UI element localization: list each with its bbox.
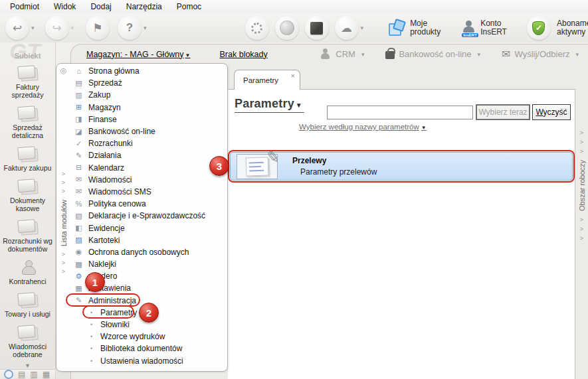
tree-item-rozrachunki[interactable]: ✓Rozrachunki [72, 137, 226, 149]
tree-item-ewidencje[interactable]: ◧Ewidencje [72, 222, 226, 234]
sidebar-item-kontrahenci[interactable]: Kontrahenci [0, 256, 55, 288]
tab-label: Parametry [243, 76, 278, 84]
chevron-icon[interactable]: > [62, 170, 65, 179]
sidebar-item-faktury-sprzedazy[interactable]: Faktury sprzedaży [0, 61, 55, 102]
help-dropdown-caret-icon[interactable]: ▾ [144, 25, 147, 31]
chevron-icon[interactable]: > [580, 137, 583, 147]
chevron-icon[interactable]: > [580, 215, 583, 224]
tree-item-label: Zakup [88, 90, 110, 100]
tree-strip: ◎ > > > Lista modułów > > > [56, 64, 70, 371]
menu-pomoc[interactable]: Pomoc [169, 1, 209, 13]
filter-by-name-link[interactable]: Wybierz według nazwy parametrów▼ [299, 123, 427, 131]
sidebar-item-label: Wiadomości odebrane [1, 342, 54, 358]
cloud-dropdown-caret-icon[interactable]: ▾ [361, 25, 364, 31]
chevron-icon[interactable]: > [62, 259, 65, 267]
tree-item-label: Ewidencje [88, 224, 125, 233]
tree-item-kalendarz[interactable]: ⊟Kalendarz [72, 162, 226, 174]
active-view-icon[interactable] [4, 370, 13, 379]
page-title: Parametry [235, 97, 294, 110]
settings-button[interactable] [245, 16, 269, 40]
wyczysc-button[interactable]: Wyczyść [532, 104, 571, 120]
bullet-icon: • [90, 333, 96, 340]
tree-item-label: Ustawienia wiadomości [100, 356, 183, 366]
tree-item-deklaracje[interactable]: ▧Deklaracje i e-Sprawozdawczość [72, 210, 226, 222]
tree-item-label: Finanse [88, 115, 117, 124]
tree-item-dzialania[interactable]: ✎Działania [72, 149, 226, 161]
chevron-icon[interactable]: > [580, 147, 583, 156]
crm-button[interactable]: CRM ▾ [321, 48, 365, 60]
data-protection-icon: ◉ [74, 248, 84, 256]
sidebar-item-rozrachunki[interactable]: Rozrachunki wg dokumentów [0, 215, 55, 256]
chevron-icon[interactable]: > [62, 250, 65, 259]
tree-item-wiadomosci[interactable]: ✉Wiadomości [72, 174, 226, 186]
page-title-dropdown[interactable]: Parametry▼ [235, 97, 304, 113]
tree-item-finanse[interactable]: ◨Finanse [72, 114, 226, 125]
menu-podmiot[interactable]: Podmiot [3, 1, 47, 13]
tree-item-sprzedaz[interactable]: ▤Sprzedaż [72, 77, 226, 89]
tree-item-biblioteka-dokumentow[interactable]: •Biblioteka dokumentów [72, 342, 226, 354]
cloud-backup-button[interactable]: ☁ [335, 16, 359, 40]
result-row-przelewy[interactable]: ✎ Przelewy Parametry przelewów [230, 152, 573, 181]
goods-services-icon [17, 292, 38, 308]
tab-close-icon[interactable]: × [291, 72, 295, 80]
pricing-icon: % [74, 200, 84, 208]
tree-item-ochrona-danych[interactable]: ◉Ochrona danych osobowych [72, 246, 226, 258]
obszar-roboczy-label: Obszar roboczy [578, 160, 586, 211]
abonament-button[interactable]: ✓ Abonament aktywny [527, 16, 588, 40]
pin-icon[interactable]: ◎ [60, 66, 67, 75]
wyslij-odbierz-button[interactable]: ✉ Wyślij/Odbierz ▾ [502, 48, 580, 60]
brak-blokady-link[interactable]: Brak blokady [220, 50, 268, 59]
chevron-icon[interactable]: > [62, 187, 65, 196]
tree-item-kartoteki[interactable]: ▨Kartoteki [72, 234, 226, 246]
magazyn-caret-icon: ▼ [185, 52, 191, 58]
tree-item-ustawienia-wiadomosci[interactable]: •Ustawienia wiadomości [72, 355, 226, 367]
chevron-icon[interactable]: > [580, 224, 583, 234]
sidebar-item-label: Dokumenty kasowe [1, 196, 54, 212]
przelewy-icon-box: ✎ [237, 154, 278, 179]
send-receive-icon: ✉ [502, 48, 510, 60]
globe-icon [280, 21, 294, 35]
tree-item-naklejki[interactable]: ▩Naklejki [72, 258, 226, 270]
chevron-icon[interactable]: > [580, 234, 583, 243]
tree-item-zakup[interactable]: ▥Zakup [72, 89, 226, 101]
help-button[interactable]: ? [118, 16, 142, 40]
mini-sales-icon[interactable]: ▤ [18, 370, 25, 379]
chevron-icon[interactable]: > [62, 267, 65, 276]
sidebar-item-towary-uslugi[interactable]: Towary i usługi [0, 288, 55, 321]
menu-widok[interactable]: Widok [47, 1, 83, 13]
chevron-icon[interactable]: > [580, 128, 583, 137]
konto-insert-button[interactable]: InsERT KontoInsERT [462, 19, 507, 37]
tree-item-strona-glowna[interactable]: ⌂Strona główna [72, 65, 226, 77]
menu-narzedzia[interactable]: Narzędzia [119, 1, 169, 13]
sidebar-item-dokumenty-kasowe[interactable]: Dokumenty kasowe [0, 175, 55, 215]
sidebar-item-sprzedaz-detaliczna[interactable]: Sprzedaż detaliczna [0, 102, 55, 142]
package-button[interactable] [305, 16, 329, 40]
tree-item-bankowosc-online[interactable]: ◪Bankowość on-line [72, 125, 226, 137]
forward-button[interactable]: ↪ [45, 16, 69, 40]
home-flag-button[interactable]: ⚑ [86, 16, 110, 40]
sales-icon: ▤ [74, 79, 84, 88]
wybierz-teraz-button[interactable]: Wybierz teraz [476, 104, 530, 120]
bankowosc-button[interactable]: Bankowość on-line ▾ [385, 49, 482, 59]
sidebar-item-faktury-zakupu[interactable]: Faktury zakupu [0, 142, 55, 175]
chevron-icon[interactable]: > [62, 179, 65, 187]
sidebar-item-wiadomosci-odebrane[interactable]: Wiadomości odebrane [0, 321, 55, 361]
sidebar-more-caret-icon[interactable]: ▼ [25, 362, 31, 369]
mini-goods-icon[interactable]: ▦ [43, 370, 50, 379]
tree-item-polityka-cenowa[interactable]: %Polityka cenowa [72, 198, 226, 210]
forward-dropdown-caret-icon[interactable]: ▾ [71, 25, 74, 31]
menu-dodaj[interactable]: Dodaj [83, 1, 118, 13]
online-services-button[interactable] [275, 16, 299, 40]
lock-icon [385, 51, 395, 59]
settlements-by-documents-icon [17, 219, 38, 235]
back-dropdown-caret-icon[interactable]: ▾ [31, 25, 35, 31]
tree-item-wiadomosci-sms[interactable]: ✉Wiadomości SMS [72, 186, 226, 198]
tree-item-magazyn[interactable]: ⊞Magazyn [72, 102, 226, 114]
tree-item-wzorce-wydrukow[interactable]: •Wzorce wydruków [72, 331, 226, 342]
parameter-search-input[interactable] [327, 106, 473, 119]
moje-produkty-button[interactable]: Mojeprodukty [389, 19, 441, 37]
mini-cash-icon[interactable]: ▥ [30, 370, 37, 379]
tab-parametry[interactable]: Parametry × [234, 70, 300, 90]
back-button[interactable]: ↩ [5, 16, 29, 40]
magazyn-selector-link[interactable]: Magazyn: - MAG - Główny▼ [86, 50, 191, 59]
